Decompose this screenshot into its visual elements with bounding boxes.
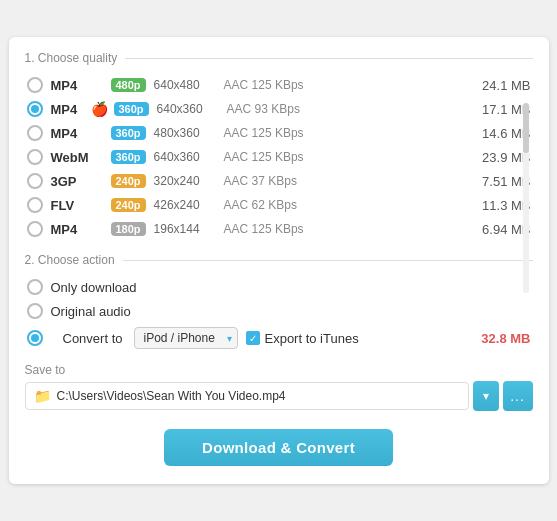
radio-action-a2[interactable]: [27, 303, 43, 319]
quality-row[interactable]: WebM360p640x360AAC 125 KBps23.9 MB: [25, 145, 533, 169]
save-row: 📁 C:\Users\Videos\Sean With You Video.mp…: [25, 381, 533, 411]
radio-quality-q1[interactable]: [27, 77, 43, 93]
save-section: Save to 📁 C:\Users\Videos\Sean With You …: [25, 363, 533, 411]
quality-size: 24.1 MB: [475, 78, 531, 93]
device-select[interactable]: iPod / iPhoneiPadAndroidMP3: [134, 327, 238, 349]
quality-badge: 480p: [111, 78, 146, 92]
quality-aac: AAC 125 KBps: [224, 222, 475, 236]
quality-resolution: 320x240: [154, 174, 224, 188]
quality-row[interactable]: MP4360p480x360AAC 125 KBps14.6 MB: [25, 121, 533, 145]
quality-resolution: 480x360: [154, 126, 224, 140]
scrollbar-track[interactable]: [523, 103, 529, 293]
quality-row[interactable]: FLV240p426x240AAC 62 KBps11.3 MB: [25, 193, 533, 217]
quality-format: MP4: [51, 78, 89, 93]
quality-row[interactable]: MP4480p640x480AAC 125 KBps24.1 MB: [25, 73, 533, 97]
quality-resolution: 640x360: [154, 150, 224, 164]
quality-row[interactable]: MP4🍎360p640x360AAC 93 KBps17.1 MB: [25, 97, 533, 121]
convert-label: Convert to: [63, 331, 123, 346]
download-btn-label: Download & Convert: [202, 439, 355, 456]
quality-badge: 240p: [111, 174, 146, 188]
radio-quality-q3[interactable]: [27, 125, 43, 141]
action-radio-convert[interactable]: [27, 330, 51, 346]
quality-resolution: 426x240: [154, 198, 224, 212]
download-convert-button[interactable]: Download & Convert: [164, 429, 393, 466]
export-checkbox[interactable]: ✓: [246, 331, 260, 345]
quality-aac: AAC 125 KBps: [224, 126, 475, 140]
quality-badge: 180p: [111, 222, 146, 236]
quality-aac: AAC 93 KBps: [227, 102, 475, 116]
radio-quality-q7[interactable]: [27, 221, 43, 237]
quality-badge: 360p: [111, 150, 146, 164]
quality-format: 3GP: [51, 174, 89, 189]
quality-aac: AAC 125 KBps: [224, 78, 475, 92]
quality-row[interactable]: 3GP240p320x240AAC 37 KBps7.51 MB: [25, 169, 533, 193]
radio-quality-q5[interactable]: [27, 173, 43, 189]
action-row[interactable]: Only download: [25, 275, 533, 299]
quality-aac: AAC 62 KBps: [224, 198, 475, 212]
quality-resolution: 196x144: [154, 222, 224, 236]
radio-quality-q6[interactable]: [27, 197, 43, 213]
quality-aac: AAC 125 KBps: [224, 150, 475, 164]
quality-aac: AAC 37 KBps: [224, 174, 475, 188]
dots-icon: ...: [510, 388, 525, 404]
convert-row: Convert to iPod / iPhoneiPadAndroidMP3 ▾…: [25, 323, 533, 353]
quality-badge: 240p: [111, 198, 146, 212]
section1-label: 1. Choose quality: [25, 51, 533, 65]
export-checkbox-wrap[interactable]: ✓ Export to iTunes: [246, 331, 358, 346]
quality-badge: 360p: [114, 102, 149, 116]
quality-format: MP4: [51, 126, 89, 141]
radio-quality-q4[interactable]: [27, 149, 43, 165]
quality-format: FLV: [51, 198, 89, 213]
quality-format: WebM: [51, 150, 89, 165]
radio-action-a1[interactable]: [27, 279, 43, 295]
radio-convert[interactable]: [27, 330, 43, 346]
path-box: 📁 C:\Users\Videos\Sean With You Video.mp…: [25, 382, 469, 410]
section2-title: 2. Choose action: [25, 253, 115, 267]
main-panel: 1. Choose quality MP4480p640x480AAC 125 …: [9, 37, 549, 484]
action-label: Only download: [51, 280, 137, 295]
download-btn-wrap: Download & Convert: [25, 429, 533, 466]
quality-row[interactable]: MP4180p196x144AAC 125 KBps6.94 MB: [25, 217, 533, 241]
apple-icon: 🍎: [91, 101, 108, 117]
folder-icon: 📁: [34, 388, 51, 404]
quality-resolution: 640x480: [154, 78, 224, 92]
action-section: 2. Choose action Only downloadOriginal a…: [25, 253, 533, 353]
device-select-wrap[interactable]: iPod / iPhoneiPadAndroidMP3 ▾: [134, 327, 238, 349]
action-label: Original audio: [51, 304, 131, 319]
action-row[interactable]: Original audio: [25, 299, 533, 323]
quality-format: MP4: [51, 102, 89, 117]
dropdown-button[interactable]: ▾: [473, 381, 499, 411]
section1-title: 1. Choose quality: [25, 51, 118, 65]
section2-label: 2. Choose action: [25, 253, 533, 267]
save-label: Save to: [25, 363, 533, 377]
quality-list: MP4480p640x480AAC 125 KBps24.1 MBMP4🍎360…: [25, 73, 533, 241]
quality-format: MP4: [51, 222, 89, 237]
chevron-down-icon: ▾: [483, 389, 489, 403]
quality-resolution: 640x360: [157, 102, 227, 116]
quality-badge: 360p: [111, 126, 146, 140]
export-label: Export to iTunes: [264, 331, 358, 346]
scrollbar-thumb[interactable]: [523, 103, 529, 153]
radio-quality-q2[interactable]: [27, 101, 43, 117]
file-path: C:\Users\Videos\Sean With You Video.mp4: [57, 389, 286, 403]
browse-button[interactable]: ...: [503, 381, 533, 411]
itunes-size: 32.8 MB: [481, 331, 530, 346]
